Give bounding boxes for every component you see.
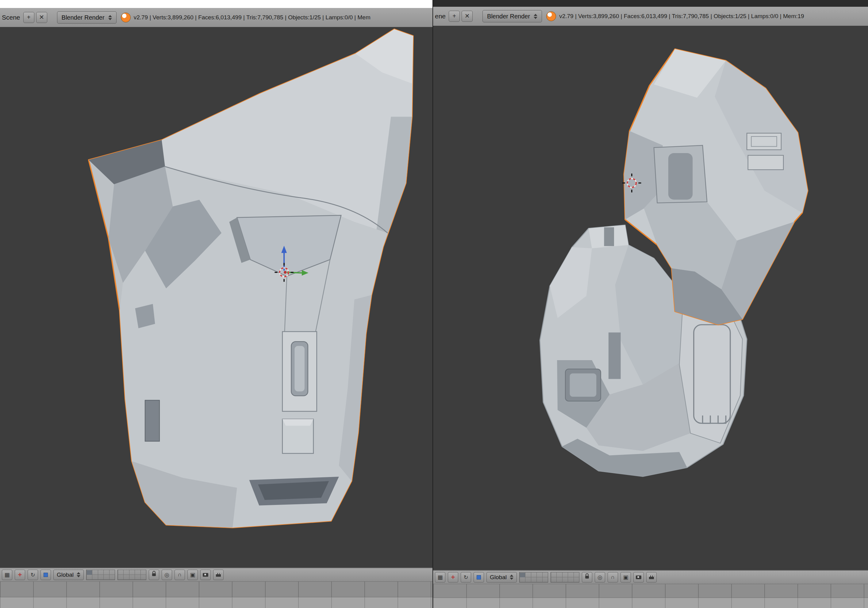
viewport-header-left: ▦ + ↻ Global ◎ ∩ ▣ <box>0 568 432 582</box>
snap-target-button[interactable]: ▣ <box>620 572 631 583</box>
translate-manipulator-button[interactable]: + <box>15 570 25 580</box>
opengl-render-button[interactable] <box>633 572 644 583</box>
close-scene-button[interactable]: ✕ <box>36 12 47 23</box>
snap-magnet-button[interactable]: ∩ <box>608 572 618 583</box>
editor-type-button[interactable]: ▦ <box>435 572 445 583</box>
proportional-edit-button[interactable]: ◎ <box>595 572 605 583</box>
transform-orientation-label: Global <box>490 574 507 581</box>
viewport-3d-left[interactable] <box>0 27 432 568</box>
opengl-render-anim-button[interactable] <box>646 572 657 583</box>
layers-widget-b[interactable] <box>118 570 146 580</box>
layers-widget-a[interactable] <box>86 570 115 580</box>
timeline-track[interactable] <box>0 582 432 597</box>
render-engine-label: Blender Render <box>62 14 105 21</box>
dropdown-arrows-icon <box>510 575 513 580</box>
add-scene-button[interactable]: + <box>23 12 34 23</box>
opengl-render-anim-button[interactable] <box>213 570 223 580</box>
scale-manipulator-button[interactable] <box>40 570 51 580</box>
viewport-header-right: ▦ + ↻ Global ◎ ∩ ▣ <box>433 570 868 584</box>
transform-orientation-select[interactable]: Global <box>53 570 84 580</box>
scene-name-field[interactable]: ene <box>435 12 446 20</box>
viewport-3d-right[interactable] <box>433 26 868 570</box>
transform-orientation-select[interactable]: Global <box>487 572 517 583</box>
scene-statistics: v2.79 | Verts:3,899,260 | Faces:6,013,49… <box>134 14 370 21</box>
translate-manipulator-button[interactable]: + <box>448 572 458 583</box>
snap-target-button[interactable]: ▣ <box>188 570 198 580</box>
timeline-left[interactable] <box>0 582 432 608</box>
add-scene-button[interactable]: + <box>449 11 460 22</box>
blender-screen: Scene + ✕ Blender Render v2.79 | Verts:3… <box>0 0 868 608</box>
layers-widget-a[interactable] <box>519 572 548 583</box>
viewport-canvas[interactable] <box>0 27 432 568</box>
scene-name-field[interactable]: Scene <box>2 14 20 21</box>
scale-manipulator-button[interactable] <box>474 572 484 583</box>
snap-magnet-button[interactable]: ∩ <box>175 570 185 580</box>
timeline-right[interactable] <box>433 584 868 608</box>
rotate-manipulator-button[interactable]: ↻ <box>28 570 38 580</box>
opengl-render-button[interactable] <box>200 570 211 580</box>
proportional-edit-button[interactable]: ◎ <box>162 570 172 580</box>
window-top-edge <box>433 0 868 7</box>
close-scene-button[interactable]: ✕ <box>462 11 473 22</box>
dropdown-arrows-icon <box>534 14 537 19</box>
blender-window-right: ene + ✕ Blender Render v2.79 | Verts:3,8… <box>432 0 868 608</box>
rotate-manipulator-button[interactable]: ↻ <box>461 572 471 583</box>
timeline-ruler[interactable] <box>0 597 432 608</box>
editor-type-button[interactable]: ▦ <box>2 570 12 580</box>
blender-logo-icon <box>546 11 556 21</box>
transform-orientation-label: Global <box>57 571 74 578</box>
blender-logo-icon <box>121 12 131 22</box>
dropdown-arrows-icon <box>77 572 81 577</box>
scene-statistics: v2.79 | Verts:3,899,260 | Faces:6,013,49… <box>559 13 804 20</box>
render-engine-label: Blender Render <box>487 13 530 20</box>
render-engine-select[interactable]: Blender Render <box>482 10 542 22</box>
info-editor-header: Scene + ✕ Blender Render v2.79 | Verts:3… <box>0 8 432 28</box>
blender-window-left: Scene + ✕ Blender Render v2.79 | Verts:3… <box>0 0 432 608</box>
render-engine-select[interactable]: Blender Render <box>57 11 116 23</box>
layers-widget-b[interactable] <box>550 572 580 583</box>
info-editor-header: ene + ✕ Blender Render v2.79 | Verts:3,8… <box>433 7 868 26</box>
lock-button[interactable] <box>149 570 159 580</box>
timeline-track[interactable] <box>433 584 868 597</box>
dropdown-arrows-icon <box>108 15 112 20</box>
viewport-canvas[interactable] <box>433 26 868 570</box>
armor-model-shin[interactable] <box>88 29 413 527</box>
lock-button[interactable] <box>582 572 592 583</box>
timeline-ruler[interactable] <box>433 597 868 608</box>
window-titlebar <box>0 0 432 8</box>
